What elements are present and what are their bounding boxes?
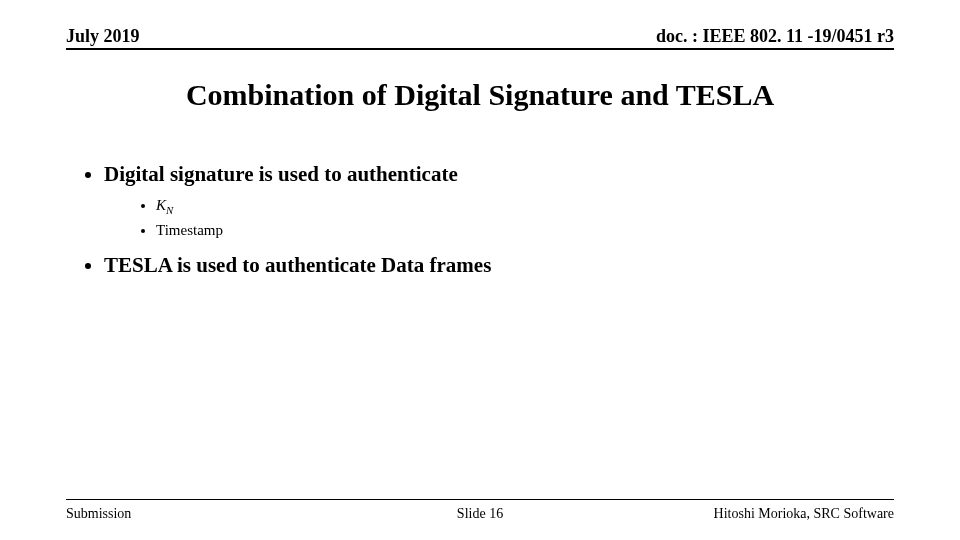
bullet-1b: Timestamp <box>156 219 882 242</box>
bullet-2: TESLA is used to authenticate Data frame… <box>104 251 882 279</box>
slide: July 2019 doc. : IEEE 802. 11 -19/0451 r… <box>0 0 960 540</box>
header-rule <box>66 48 894 50</box>
footer-rule <box>66 499 894 500</box>
bullet-1a-var: K <box>156 197 166 213</box>
header-date: July 2019 <box>66 26 140 47</box>
bullet-list-level1: Digital signature is used to authenticat… <box>78 160 882 279</box>
bullet-list-level2: KN Timestamp <box>104 194 882 241</box>
header: July 2019 doc. : IEEE 802. 11 -19/0451 r… <box>66 26 894 47</box>
bullet-1-text: Digital signature is used to authenticat… <box>104 162 458 186</box>
header-docref: doc. : IEEE 802. 11 -19/0451 r3 <box>656 26 894 47</box>
slide-title: Combination of Digital Signature and TES… <box>0 78 960 112</box>
bullet-1a-sub: N <box>166 204 173 216</box>
footer: Submission Slide 16 Hitoshi Morioka, SRC… <box>66 506 894 522</box>
bullet-1: Digital signature is used to authenticat… <box>104 160 882 241</box>
slide-body: Digital signature is used to authenticat… <box>78 160 882 285</box>
bullet-1a: KN <box>156 194 882 218</box>
footer-left: Submission <box>66 506 131 522</box>
footer-right: Hitoshi Morioka, SRC Software <box>714 506 894 522</box>
